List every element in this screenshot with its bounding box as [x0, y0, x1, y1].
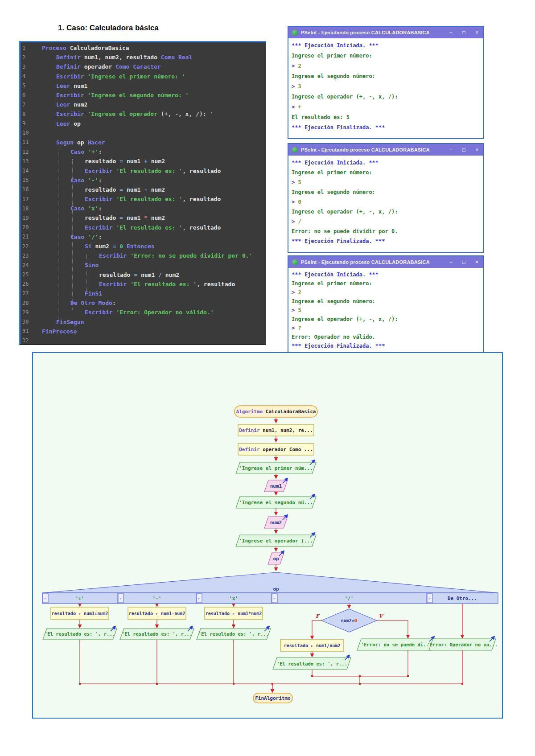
flow-node-condition-num2-zero[interactable]: num2=0 F V: [316, 609, 384, 632]
console-title: PSeInt - Ejecutando proceso CALCULADORAB…: [301, 30, 449, 35]
console-line: *** Ejecución Iniciada. ***: [292, 270, 480, 279]
node-label: 'Ingrese el operador (...: [239, 538, 313, 544]
line-number: 30: [21, 319, 36, 325]
line-number: 16: [21, 186, 36, 193]
flow-node-print-ask2[interactable]: 'Ingrese el segundo nú...: [236, 495, 316, 508]
console-line: *** Ejecución Finalizada. ***: [292, 236, 480, 246]
case-label-times: 'x': [229, 596, 238, 601]
console-line: Ingrese el operador (+, -, x, /):: [292, 92, 480, 102]
line-number: 9: [21, 120, 36, 127]
flow-node-print-result-sub[interactable]: 'El resultado es: ', r...: [120, 627, 194, 640]
flow-node-define-operator[interactable]: Definir operador Como ...: [238, 444, 314, 455]
branch-arrow-icon: ←: [428, 596, 431, 601]
flow-node-end[interactable]: FinAlgoritmo: [253, 693, 292, 703]
line-number: 31: [21, 328, 36, 334]
console-line: > 0: [292, 197, 480, 207]
pseint-logo-icon: [292, 30, 298, 36]
pseint-logo-icon: [292, 147, 298, 153]
console-line: > +: [292, 102, 480, 112]
branch-arrow-icon: ←: [273, 596, 276, 601]
code-line: 27FinSi: [21, 289, 266, 298]
line-number: 18: [21, 205, 36, 212]
close-button[interactable]: ×: [475, 30, 478, 35]
flow-node-print-error-div[interactable]: 'Error: no se puede di...: [357, 637, 436, 650]
flow-junction-dots: [79, 675, 463, 685]
code-line: 32: [21, 336, 266, 345]
flow-node-start[interactable]: Algoritmo CalculadoraBasica: [235, 406, 317, 417]
code-line: 21Caso '/':: [21, 232, 266, 242]
code-line: 31FinProceso: [21, 327, 266, 336]
line-number: 4: [21, 73, 36, 79]
code-line: 9Leer op: [21, 119, 266, 128]
code-line: 17Escribir 'El resultado es: ', resultad…: [21, 194, 266, 204]
code-line: 5Leer num1: [21, 81, 266, 90]
flow-node-read-op[interactable]: op: [268, 551, 284, 564]
flow-node-assign-mul[interactable]: resultado ← num1*num2: [205, 607, 263, 620]
flow-node-assign-sub[interactable]: resultado ← num1-num2: [128, 607, 186, 620]
code-line: 11Segun op Hacer: [21, 138, 266, 147]
console-window: PSeInt - Ejecutando proceso CALCULADORAB…: [288, 143, 484, 253]
console-titlebar[interactable]: PSeInt - Ejecutando proceso CALCULADORAB…: [288, 256, 483, 268]
flow-node-print-result-mul[interactable]: 'El resultado es: ', r...: [197, 627, 271, 640]
code-line: 13resultado = num1 + num2: [21, 156, 266, 166]
condition-true-label: V: [379, 613, 384, 619]
code-editor[interactable]: 1Proceso CalculadoraBasica2Definir num1,…: [19, 41, 266, 345]
console-line: *** Ejecución Iniciada. ***: [292, 41, 480, 51]
node-label: num2=0: [341, 618, 358, 624]
maximize-button[interactable]: □: [462, 30, 465, 35]
line-number: 23: [21, 253, 36, 259]
line-number: 32: [21, 337, 36, 344]
minimize-button[interactable]: −: [449, 259, 453, 265]
console-output[interactable]: *** Ejecución Iniciada. ***Ingrese el pr…: [288, 268, 483, 354]
maximize-button[interactable]: □: [462, 259, 465, 265]
line-number: 19: [21, 215, 36, 221]
console-output[interactable]: *** Ejecución Iniciada. ***Ingrese el pr…: [288, 38, 483, 138]
code-line: 30FinSegun: [21, 317, 266, 326]
line-number: 15: [21, 177, 36, 183]
node-label: resultado ← num1-num2: [129, 611, 185, 616]
node-label: FinAlgoritmo: [255, 695, 291, 701]
line-number: 29: [21, 309, 36, 316]
node-label: 'El resultado es: ', r...: [277, 661, 347, 666]
code-line: 12Caso '+':: [21, 147, 266, 156]
code-line: 26Escribir 'El resultado es: ', resultad…: [21, 279, 266, 289]
console-line: Error: Operador no válido.: [292, 333, 480, 341]
console-titlebar[interactable]: PSeInt - Ejecutando proceso CALCULADORAB…: [288, 144, 483, 156]
node-label: Algoritmo CalculadoraBasica: [236, 409, 316, 415]
minimize-button[interactable]: −: [449, 30, 453, 35]
flow-node-print-result-div[interactable]: 'El resultado es: ', r...: [273, 656, 351, 670]
console-line: Ingrese el segundo número:: [292, 71, 480, 82]
flow-node-read-num2[interactable]: num2: [264, 515, 288, 528]
code-line: 19resultado = num1 * num2: [21, 213, 266, 222]
console-output[interactable]: *** Ejecución Iniciada. ***Ingrese el pr…: [288, 156, 483, 252]
flow-node-switch-op[interactable]: op ← ← ← ← ← '+' '-' 'x' '/' De Otro...: [42, 572, 498, 604]
flowchart-panel: Algoritmo CalculadoraBasica Definir num1…: [32, 352, 503, 719]
minimize-button[interactable]: −: [449, 147, 453, 152]
line-number: 27: [21, 290, 36, 296]
console-line: Ingrese el primer número:: [292, 168, 480, 177]
line-number: 1: [21, 45, 36, 51]
case-label-minus: '-': [152, 596, 161, 601]
code-line: 4Escribir 'Ingrese el primer número: ': [21, 72, 266, 81]
flow-node-read-num1[interactable]: num1: [264, 479, 288, 492]
flow-node-print-ask1[interactable]: 'Ingrese el primer núm...: [236, 460, 316, 474]
indent-guide: [72, 159, 73, 310]
console-line: > /: [292, 217, 480, 226]
code-line: 25resultado = num1 / num2: [21, 270, 266, 279]
flow-node-assign-div[interactable]: resultado ← num1/num2: [280, 640, 344, 651]
flow-node-print-ask3[interactable]: 'Ingrese el operador (...: [236, 533, 316, 546]
console-titlebar[interactable]: PSeInt - Ejecutando proceso CALCULADORAB…: [288, 27, 483, 38]
code-line: 23Escribir 'Error: no se puede dividir p…: [21, 251, 266, 260]
close-button[interactable]: ×: [475, 259, 478, 265]
close-button[interactable]: ×: [475, 147, 478, 152]
maximize-button[interactable]: □: [462, 147, 465, 152]
console-title: PSeInt - Ejecutando proceso CALCULADORAB…: [301, 147, 449, 152]
flow-node-assign-add[interactable]: resultado ← num1+num2: [51, 607, 109, 620]
case-label-divide: '/': [345, 596, 354, 601]
node-label: 'El resultado es: ', r...: [198, 631, 269, 637]
console-column: PSeInt - Ejecutando proceso CALCULADORAB…: [288, 26, 484, 359]
flow-node-print-result-add[interactable]: 'El resultado es: ', r...: [43, 627, 117, 640]
line-number: 21: [21, 234, 36, 240]
flow-node-define-vars[interactable]: Definir num1, num2, re...: [238, 424, 314, 436]
flow-node-print-error-op[interactable]: 'Error: Operador no va...: [427, 637, 498, 650]
